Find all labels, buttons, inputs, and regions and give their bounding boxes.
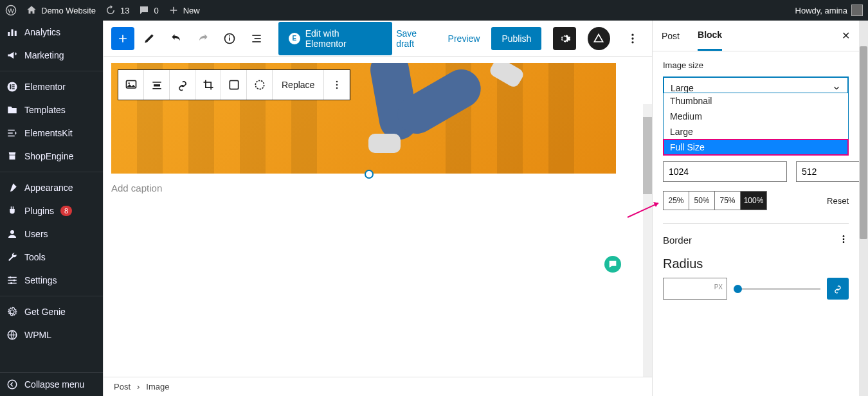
chat-fab[interactable] [604, 256, 621, 273]
site-link[interactable]: Demo Website [26, 4, 96, 16]
sidebar-item-label: ShopEngine [24, 151, 73, 161]
edit-tool-button[interactable] [138, 27, 161, 50]
sidebar-item-shopengine[interactable]: ShopEngine [0, 145, 103, 168]
howdy-link[interactable]: Howdy, amina [795, 4, 863, 16]
scale-100[interactable]: 100% [741, 192, 766, 210]
sidebar-item-tools[interactable]: Tools [0, 246, 103, 269]
breadcrumb-leaf[interactable]: Image [146, 382, 169, 392]
analytics-icon [6, 26, 18, 38]
overlay-text-button[interactable] [221, 70, 247, 100]
height-input[interactable] [796, 161, 868, 182]
breadcrumb: Post › Image [104, 377, 652, 396]
svg-rect-33 [154, 84, 160, 86]
plugins-badge: 8 [60, 206, 72, 216]
extra-button[interactable] [588, 27, 610, 50]
option-full-size[interactable]: Full Size [664, 140, 848, 155]
sidebar-item-wpml[interactable]: WPML [0, 323, 103, 346]
svg-point-18 [10, 282, 12, 284]
annotation-arrow [626, 199, 665, 221]
breadcrumb-root[interactable]: Post [114, 382, 131, 392]
svg-rect-3 [15, 31, 17, 36]
radius-input[interactable]: PX [663, 278, 727, 300]
svg-rect-22 [230, 37, 231, 40]
window-scrollbar[interactable] [859, 21, 868, 396]
link-button[interactable] [170, 70, 195, 100]
reset-link[interactable]: Reset [827, 196, 849, 206]
scale-50[interactable]: 50% [689, 192, 715, 210]
tab-post[interactable]: Post [662, 22, 680, 50]
settings-button[interactable] [553, 27, 575, 50]
redo-button[interactable] [192, 27, 215, 50]
globe-icon [6, 329, 18, 341]
px-label: PX [714, 284, 723, 291]
svg-rect-14 [8, 280, 17, 281]
svg-rect-7 [12, 86, 15, 87]
block-toolbar: Replace [118, 69, 350, 100]
width-input[interactable] [663, 161, 787, 182]
align-button[interactable] [144, 70, 170, 100]
slider-thumb[interactable] [734, 285, 742, 293]
edit-with-elementor-button[interactable]: EEdit with Elementor [278, 22, 392, 55]
tab-block[interactable]: Block [698, 21, 722, 51]
save-draft-link[interactable]: Save draft [396, 28, 436, 49]
border-more-icon[interactable] [838, 234, 849, 246]
svg-rect-9 [8, 130, 15, 131]
scale-75[interactable]: 75% [715, 192, 741, 210]
settings-panel: Post Block ✕ Image size Large Thumbnail … [652, 21, 859, 396]
svg-point-28 [632, 37, 634, 39]
caption-input[interactable]: Add caption [111, 183, 644, 194]
info-button[interactable] [219, 27, 242, 50]
sidebar-item-settings[interactable]: Settings [0, 269, 103, 292]
scale-25[interactable]: 25% [664, 192, 689, 210]
sidebar-item-label: Get Genie [24, 307, 66, 317]
sidebar-item-plugins[interactable]: Plugins8 [0, 199, 103, 222]
sidebar-item-elementor[interactable]: Elementor [0, 75, 103, 98]
link-sides-button[interactable] [827, 278, 849, 300]
crop-button[interactable] [195, 70, 221, 100]
image-size-dropdown: Thumbnail Medium Large Full Size [663, 93, 849, 156]
brush-icon [6, 182, 18, 194]
svg-point-0 [6, 6, 16, 15]
add-block-button[interactable] [111, 27, 134, 50]
publish-button[interactable]: Publish [491, 27, 541, 50]
resize-handle[interactable] [365, 170, 374, 179]
sidebar-item-getgenie[interactable]: Get Genie [0, 300, 103, 323]
replace-button[interactable]: Replace [273, 70, 324, 100]
canvas-scrollbar[interactable] [643, 104, 652, 377]
svg-point-12 [10, 230, 14, 234]
preview-link[interactable]: Preview [448, 33, 480, 44]
svg-point-40 [843, 235, 845, 237]
sidebar-item-label: Templates [24, 105, 66, 115]
option-large[interactable]: Large [664, 124, 848, 140]
close-icon[interactable]: ✕ [842, 30, 850, 42]
option-thumbnail[interactable]: Thumbnail [664, 93, 848, 109]
svg-rect-2 [12, 30, 14, 37]
sidebar-item-users[interactable]: Users [0, 222, 103, 246]
sidebar-item-marketing[interactable]: Marketing [0, 44, 103, 67]
option-medium[interactable]: Medium [664, 109, 848, 124]
undo-button[interactable] [165, 27, 188, 50]
more-options-button[interactable] [622, 27, 644, 50]
sidebar-item-elementskit[interactable]: ElementsKit [0, 122, 103, 145]
new-link[interactable]: New [168, 4, 200, 16]
wp-logo[interactable] [5, 4, 17, 16]
svg-rect-32 [152, 82, 161, 83]
sidebar-item-templates[interactable]: Templates [0, 98, 103, 122]
sidebar-item-analytics[interactable]: Analytics [0, 21, 103, 44]
sidebar-item-label: Marketing [24, 50, 64, 60]
avatar [851, 4, 863, 16]
collapse-menu[interactable]: Collapse menu [0, 372, 103, 396]
comments-link[interactable]: 0 [138, 4, 158, 16]
svg-rect-34 [152, 88, 161, 89]
radius-slider[interactable] [734, 288, 820, 290]
outline-button[interactable] [245, 27, 268, 50]
elementor-icon [6, 81, 18, 93]
updates-link[interactable]: 13 [105, 4, 129, 16]
block-type-button[interactable] [118, 70, 144, 100]
block-more-button[interactable] [324, 70, 350, 100]
radius-label: Radius [663, 256, 849, 271]
svg-rect-13 [8, 277, 17, 278]
sidebar-item-appearance[interactable]: Appearance [0, 176, 103, 199]
image-block[interactable]: Replace [111, 63, 644, 174]
duotone-button[interactable] [247, 70, 273, 100]
